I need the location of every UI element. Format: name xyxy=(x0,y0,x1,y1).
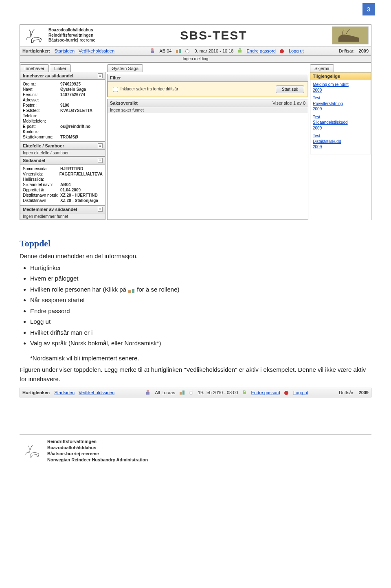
quicklink-start[interactable]: Startsiden xyxy=(54,390,75,395)
form-link[interactable]: Siidaandelstilskudd xyxy=(313,120,368,125)
kv-value: os@reindrift.no xyxy=(60,124,103,129)
kv-label: Vintersiida: xyxy=(23,172,59,176)
collapse-icon[interactable]: ≡ xyxy=(98,207,103,212)
form-link-group: TestDistriktstilskudd2009 xyxy=(313,133,368,150)
quicklink-start[interactable]: Startsiden xyxy=(54,48,75,53)
bullet-list: HurtiglinkerHvem er påloggetHvilken roll… xyxy=(20,263,371,348)
reindeer-logo-icon xyxy=(22,443,42,459)
kv-label: Mobiltelefon: xyxy=(23,119,60,123)
panel-ektefelle: Ektefelle / Samboer≡ Ingen ektefelle / s… xyxy=(20,142,105,156)
kv-row: Navn:Øystein Saga xyxy=(23,87,103,92)
session-datetime: 9. mar 2010 - 10:18 xyxy=(194,48,233,53)
collapse-icon[interactable]: ≡ xyxy=(98,158,103,163)
tab-linker[interactable]: Linker xyxy=(50,64,71,72)
org-title-lines: Boazodoallohálddahus Reindriftsforvaltni… xyxy=(48,28,95,43)
panel-title: Tilgjengelige xyxy=(313,74,340,79)
kv-row: Opprettet år:01.04.2009 xyxy=(23,187,103,193)
svg-rect-7 xyxy=(132,289,134,293)
quicklink-maint[interactable]: Vedlikeholdssiden xyxy=(79,48,114,53)
app-screenshot: Boazodoallohálddahus Reindriftsforvaltni… xyxy=(20,24,371,220)
form-link[interactable]: 2009 xyxy=(313,88,368,93)
form-link[interactable]: 2009 xyxy=(313,106,368,112)
footer-lines: Reindriftsforvaltningen Boazodoalloháldd… xyxy=(47,439,148,463)
tab-user[interactable]: Øystein Saga xyxy=(107,64,143,72)
footer-line: Reindriftsforvaltningen xyxy=(47,439,148,445)
page-footer: Reindriftsforvaltningen Boazodoalloháldd… xyxy=(20,434,371,463)
roles-icon xyxy=(128,287,135,293)
logo-block: Boazodoallohálddahus Reindriftsforvaltni… xyxy=(22,26,95,44)
form-link[interactable]: 2009 xyxy=(313,125,368,131)
kv-value: 974629925 xyxy=(60,82,103,86)
start-search-button[interactable]: Start søk xyxy=(276,86,304,93)
form-link[interactable]: Test xyxy=(313,133,368,139)
filter-checkbox[interactable] xyxy=(113,87,118,92)
kv-label: Org nr.: xyxy=(23,82,60,86)
kv-value: XZ 20 - HJERTTIND xyxy=(60,193,103,197)
kv-row: Pers.nr.:14077526774 xyxy=(23,92,103,97)
figure-caption: Figuren under viser toppdelen. Legg merk… xyxy=(20,365,371,384)
app-header: Boazodoallohálddahus Reindriftsforvaltni… xyxy=(20,25,371,46)
svg-rect-9 xyxy=(146,392,149,395)
year-value: 2009 xyxy=(359,48,369,53)
kv-row: Distriktsnavn norsk:XZ 20 - HJERTTIND xyxy=(23,193,103,198)
collapse-icon[interactable]: ≡ xyxy=(98,73,103,78)
kv-label: Adresse: xyxy=(23,98,60,102)
bullet-item: Endre passord xyxy=(30,307,371,316)
logout-link[interactable]: Logg ut xyxy=(293,390,308,395)
kv-value: 01.04.2009 xyxy=(60,188,103,192)
kv-label: Navn: xyxy=(23,87,60,92)
kv-label: Distriktsnavn norsk: xyxy=(23,193,60,197)
pager-text: Viser side 1 av 0 xyxy=(272,101,305,105)
change-password-link[interactable]: Endre passord xyxy=(246,48,276,53)
change-password-link[interactable]: Endre passord xyxy=(251,390,280,395)
form-link[interactable]: Test xyxy=(313,95,368,101)
form-links: Melding om reindrift2009TestRovviltersta… xyxy=(310,80,371,154)
kv-label: Postnr.: xyxy=(23,103,60,108)
collapse-icon[interactable]: ≡ xyxy=(98,143,103,148)
kv-value: 9100 xyxy=(60,103,103,108)
quicklinks-label: Hurtiglenker: xyxy=(22,48,50,53)
kv-value: HJERTTIND xyxy=(60,167,103,171)
kv-label: Opprettet år: xyxy=(23,188,60,192)
org-line: Reindriftsforvaltningen xyxy=(48,33,95,38)
tab-skjema[interactable]: Skjema xyxy=(310,64,334,72)
panel-empty-text: Ingen ektefelle / samboer xyxy=(20,150,105,156)
quicklink-maint[interactable]: Vedlikeholdssiden xyxy=(79,390,114,395)
form-link[interactable]: Melding om reindrift xyxy=(313,82,368,88)
kv-row: Vintersiida:FAGERFJELL/ALTEVA xyxy=(23,171,103,177)
year-label: Driftsår: xyxy=(339,390,355,395)
middle-column: Øystein Saga Filter Inkluder saker fra f… xyxy=(107,64,308,220)
kv-label: Pers.nr.: xyxy=(23,92,60,97)
logout-link[interactable]: Logg ut xyxy=(289,48,304,53)
kv-value xyxy=(60,119,103,123)
kv-row: Kontonr.: xyxy=(23,129,103,134)
kv-row: Mobiltelefon: xyxy=(23,118,103,124)
toolbar-bottom: Hurtiglenker: Startsiden Vedlikeholdssid… xyxy=(20,388,371,397)
footer-line: Båatsoe-burriej reereme xyxy=(47,451,148,457)
kv-row: E-post:os@reindrift.no xyxy=(23,124,103,129)
kv-row: Adresse: xyxy=(23,97,103,103)
lock-icon xyxy=(237,48,242,54)
filter-checkbox-label[interactable]: Inkluder saker fra forrige driftsår xyxy=(111,86,178,93)
form-link[interactable]: 2009 xyxy=(313,144,368,150)
footer-line: Norwegian Reindeer Husbandry Administrat… xyxy=(47,457,148,463)
panel-siidaandel: Siidaandel≡ Sommersiida:HJERTTINDVinters… xyxy=(20,156,105,205)
kv-value: AB04 xyxy=(60,182,103,187)
kv-row: Helårssiida: xyxy=(23,177,103,182)
panel-title: Siidaandel xyxy=(23,158,45,163)
svg-rect-2 xyxy=(151,50,154,53)
right-tabstrip: Skjema xyxy=(310,64,371,72)
form-link[interactable]: Test xyxy=(313,114,368,120)
footer-line: Boazodoallohálddahus xyxy=(47,445,148,451)
form-link[interactable]: Rovvilterstatning xyxy=(313,101,368,107)
kv-label: Siidaandel navn: xyxy=(23,182,60,187)
bullet-text: for å se rollene) xyxy=(135,286,179,293)
left-column: Innehaver Linker Innehaver av siidaandel… xyxy=(20,64,105,220)
panel-title: Filter xyxy=(110,75,121,80)
kv-value: TROMSØ xyxy=(60,135,103,139)
roles-icon[interactable] xyxy=(179,389,185,396)
roles-icon[interactable] xyxy=(176,48,181,54)
tab-innehaver[interactable]: Innehaver xyxy=(20,64,49,72)
form-link[interactable]: Distriktstilskudd xyxy=(313,139,368,145)
clock-icon xyxy=(189,390,194,395)
